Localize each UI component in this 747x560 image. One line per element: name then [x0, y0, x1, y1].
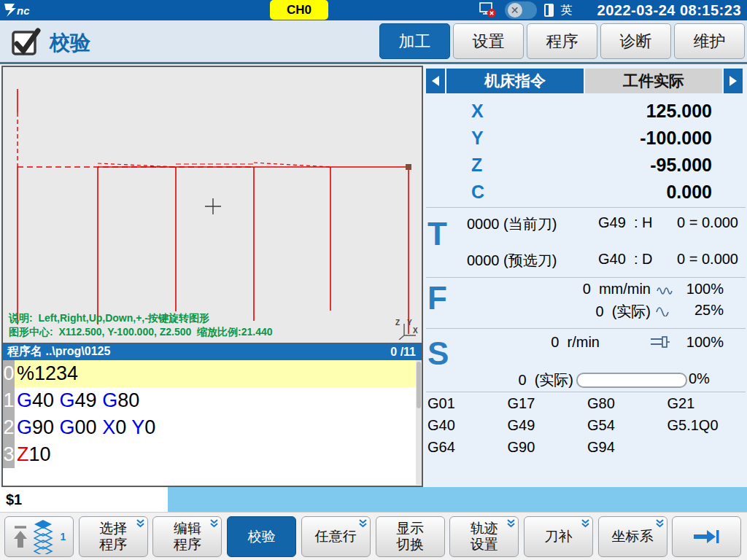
main-tab-加工[interactable]: 加工 [379, 23, 450, 59]
axis-value: -100.000 [476, 128, 747, 149]
tool-current-value: 0 = 0.000 [643, 214, 738, 231]
gcode-cell: G94 [587, 439, 667, 456]
softkey-label: 切换 [396, 537, 424, 553]
softkey-stack[interactable]: 1 [4, 516, 74, 557]
axis-name: X [425, 101, 476, 122]
line-text: G40 G49 G80 [15, 387, 416, 414]
softkey-bar: 1选择程序编辑程序校验任意行显示切换轨迹设置刀补坐标系 [0, 512, 747, 560]
axis-value: 0.000 [476, 182, 747, 203]
axis-position-list: X125.000Y-100.000Z-95.000C0.000 [425, 98, 747, 206]
axis-name: Z [425, 155, 476, 176]
toolpath-graph[interactable]: 说明: Left,Right,Up,Down,+,-按键旋转图形 图形中心: X… [1, 66, 423, 343]
softkey-next-page[interactable] [672, 516, 741, 557]
program-lines[interactable]: 0%12341G40 G49 G802G90 G00 X0 Y03Z10 [3, 360, 416, 485]
main-tab-维护[interactable]: 维护 [674, 23, 745, 59]
feed-actual-value: 0 (实际) [534, 302, 651, 322]
softkey-label: 程序 [174, 537, 201, 553]
gcode-cell: G17 [508, 395, 588, 412]
graph-hint-center: 图形中心: X112.500, Y-100.000, Z2.500 缩放比例:2… [9, 326, 273, 339]
softkey-label: 刀补 [544, 529, 572, 545]
axis-value: -95.000 [476, 155, 747, 176]
feed-actual-percent: 25% [678, 302, 724, 319]
gcode-cell: G21 [667, 395, 747, 412]
axis-name: Y [425, 128, 476, 149]
verify-check-icon [10, 26, 42, 58]
gcode-cell: G49 [508, 417, 588, 434]
softkey-label: 选择 [99, 521, 127, 537]
softkey-edit-program[interactable]: 编辑程序 [152, 516, 222, 557]
program-scrollbar[interactable] [416, 360, 422, 485]
code-token: 10 [29, 443, 51, 465]
gcode-cell: G40 [427, 417, 508, 434]
program-line[interactable]: 1G40 G49 G80 [3, 387, 416, 414]
softkey-label: 程序 [99, 537, 127, 553]
softkey-any-line[interactable]: 任意行 [301, 516, 371, 557]
return-top-icon [12, 524, 28, 549]
hnc-cnc-screen: { "topbar": { "channel": "CH0", "ime_lab… [0, 0, 747, 560]
code-token: Y [131, 416, 144, 438]
main-tabs: 加工设置程序诊断维护 [379, 23, 745, 59]
usb-eject-icon[interactable]: ✕ [505, 1, 537, 19]
keyboard-icon[interactable] [544, 4, 554, 17]
svg-text:Y: Y [407, 319, 412, 327]
tool-preselect-no: 0000 (预选刀) [467, 251, 557, 271]
channel-badge[interactable]: CH0 [270, 0, 328, 20]
line-text: %1234 [15, 360, 416, 387]
tool-current-no: 0000 (当前刀) [467, 214, 557, 234]
axis-row-Z: Z-95.000 [425, 152, 747, 179]
softkey-select-program[interactable]: 选择程序 [79, 516, 148, 557]
network-error-icon[interactable] [479, 2, 498, 18]
scrollbar-thumb[interactable] [417, 362, 421, 408]
gcode-row: G40G49G54G5.1Q0 [427, 414, 747, 436]
main-tab-程序[interactable]: 程序 [527, 23, 597, 59]
softkey-label: 编辑 [174, 521, 201, 537]
modal-gcode-grid: G01G17G80G21G40G49G54G5.1Q0G64G90G94 [427, 392, 747, 458]
code-token: G [60, 416, 75, 438]
line-number: 0 [3, 360, 15, 387]
softkey-coord-system[interactable]: 坐标系 [598, 516, 667, 557]
feed-override-wave-icon [657, 284, 676, 295]
program-line[interactable]: 0%1234 [3, 360, 416, 387]
gcode-row: G64G90G94 [427, 436, 747, 458]
gcode-row: G01G17G80G21 [427, 392, 747, 414]
chevron-double-down-icon [655, 519, 665, 529]
code-token: G [60, 389, 75, 411]
code-token: G [17, 416, 32, 438]
spindle-actual-percent: 0% [689, 370, 710, 387]
tab-machine-command[interactable]: 机床指令 [446, 69, 584, 93]
softkey-label: 任意行 [315, 529, 357, 545]
code-token: 90 [32, 416, 60, 438]
line-text: Z10 [15, 441, 416, 468]
channel-status-bar: $1 [0, 487, 747, 512]
gcode-cell: G64 [427, 439, 508, 456]
ime-indicator[interactable]: 英 [561, 3, 573, 18]
program-line-counter: 0 /11 [390, 346, 416, 359]
code-token: 49 [75, 389, 103, 411]
softkey-display-switch[interactable]: 显示切换 [376, 516, 445, 557]
program-line[interactable]: 2G90 G00 X0 Y0 [3, 414, 416, 441]
coord-tab-prev-button[interactable] [426, 69, 445, 93]
tool-position-marker [406, 164, 411, 170]
graph-center-crosshair [205, 198, 221, 214]
title-bar: 校验 加工设置程序诊断维护 [0, 20, 747, 64]
coord-tab-next-button[interactable] [724, 69, 743, 93]
softkey-track-settings[interactable]: 轨迹设置 [449, 516, 519, 557]
graph-hint-keys: 说明: Left,Right,Up,Down,+,-按键旋转图形 [9, 312, 209, 325]
main-tab-诊断[interactable]: 诊断 [600, 23, 671, 59]
line-number: 3 [3, 441, 15, 468]
toolpath-plot [3, 67, 422, 341]
line-text: G90 G00 X0 Y0 [15, 414, 416, 441]
softkey-tool-comp[interactable]: 刀补 [524, 516, 593, 557]
axis-triad-icon: Z Y X [394, 318, 419, 340]
feed-override-percent: 100% [678, 281, 724, 298]
svg-text:Z: Z [395, 319, 400, 327]
gcode-cell: G80 [587, 395, 667, 412]
gcode-cell: G54 [587, 417, 667, 434]
softkey-verify[interactable]: 校验 [227, 516, 296, 557]
code-token: 0 [115, 416, 131, 438]
main-tab-设置[interactable]: 设置 [453, 23, 524, 59]
tab-workpiece-actual[interactable]: 工件实际 [585, 69, 722, 93]
program-viewer: 程序名 ..\prog\0125 0 /11 0%12341G40 G49 G8… [1, 343, 423, 487]
program-line[interactable]: 3Z10 [3, 441, 416, 468]
axis-row-Y: Y-100.000 [425, 125, 747, 152]
